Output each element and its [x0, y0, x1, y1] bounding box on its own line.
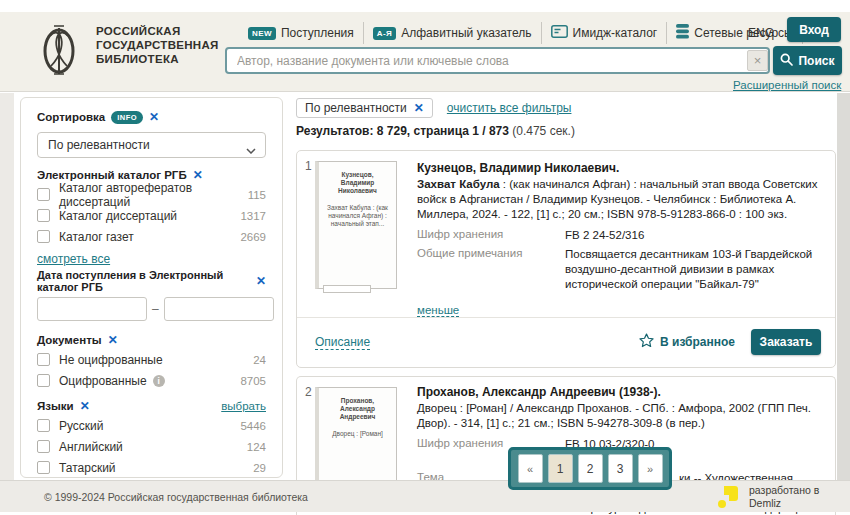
nav-item-image-catalog[interactable]: Имидж-каталог — [551, 25, 658, 41]
filter-label[interactable]: Каталог газет — [59, 230, 134, 244]
filter-label[interactable]: Не оцифрованные — [59, 353, 163, 367]
developer-line-2: Demliz — [749, 497, 819, 510]
result-title[interactable]: Кузнецов, Владимир Николаевич. — [417, 161, 823, 175]
date-from-input[interactable] — [37, 297, 147, 321]
filter-label[interactable]: Оцифрованные — [59, 374, 147, 388]
thumb-title: Захват Кабула : (как начинался Афган) : … — [324, 204, 391, 228]
nav-alphabet-label: Алфавитный указатель — [401, 26, 531, 40]
checkbox[interactable] — [37, 419, 50, 432]
documents-remove-icon[interactable]: ✕ — [108, 333, 118, 347]
advanced-search-link[interactable]: Расширенный поиск — [733, 79, 841, 91]
checkbox[interactable] — [37, 209, 50, 222]
sort-remove-icon[interactable]: ✕ — [149, 110, 159, 124]
checkbox[interactable] — [37, 188, 50, 201]
filter-label[interactable]: Каталог диссертаций — [59, 209, 177, 223]
choose-languages-link[interactable]: выбрать — [221, 400, 266, 412]
favorites-label: В избранное — [660, 335, 735, 349]
pagination-page-2[interactable]: 2 — [578, 454, 603, 483]
rgb-logo-icon — [30, 18, 88, 82]
pagination-prev-button[interactable]: « — [518, 454, 543, 483]
results-summary-count: Результатов: 8 729, страница 1 / 873 — [296, 124, 509, 138]
nav-item-arrivals[interactable]: NEW Поступления — [248, 26, 354, 40]
developer-credit: разработано в Demliz — [716, 484, 819, 514]
search-button-label: Поиск — [798, 54, 834, 68]
chevron-down-icon — [246, 143, 256, 157]
search-button[interactable]: Поиск — [773, 46, 842, 75]
nav-item-network-resources[interactable]: Сетевые ресурсы — [676, 24, 793, 42]
filter-row: Русский 5446 — [37, 415, 266, 436]
checkbox[interactable] — [37, 440, 50, 453]
clear-all-filters-link[interactable]: очистить все фильтры — [447, 101, 572, 115]
book-cover-thumbnail[interactable]: Кузнецов, Владимир Николаевич Захват Каб… — [315, 161, 397, 289]
developer-text: разработано в Demliz — [749, 484, 819, 514]
database-icon — [676, 24, 689, 42]
filter-row: Татарский 29 — [37, 457, 266, 478]
result-title[interactable]: Проханов, Александр Андреевич (1938-). — [417, 385, 823, 399]
filter-count: 115 — [248, 189, 266, 201]
result-card: 1 Кузнецов, Владимир Николаевич Захват К… — [296, 150, 836, 368]
sort-select[interactable]: По релевантности — [37, 132, 266, 158]
catalog-section-title: Электронный каталог РГБ — [37, 169, 187, 181]
filter-label[interactable]: Татарский — [59, 461, 116, 475]
az-badge: А-Я — [373, 27, 396, 40]
info-circle-icon[interactable]: i — [153, 375, 165, 387]
filter-chip-remove-icon[interactable]: ✕ — [414, 101, 424, 115]
brand-line-3: БИБЛИОТЕКА — [96, 52, 219, 66]
filter-chip[interactable]: По релевантности ✕ — [296, 98, 433, 118]
field-value: FB 2 24-52/316 — [565, 228, 823, 243]
filter-count: 1317 — [240, 210, 266, 222]
date-to-input[interactable] — [164, 297, 274, 321]
info-badge[interactable]: INFO — [111, 111, 143, 124]
checkbox[interactable] — [37, 374, 50, 387]
field-label: Шифр хранения — [417, 228, 565, 243]
languages-remove-icon[interactable]: ✕ — [80, 399, 90, 413]
date-section-title: Дата поступления в Электронный каталог Р… — [37, 269, 250, 293]
date-remove-icon[interactable]: ✕ — [256, 274, 266, 288]
field-row: Общие примечания Посвящается десантникам… — [417, 247, 823, 292]
star-icon — [639, 333, 654, 351]
active-filters-row: По релевантности ✕ очистить все фильтры — [296, 98, 571, 118]
result-actions: Описание В избранное Заказать — [315, 325, 821, 359]
field-row: Шифр хранения FB 2 24-52/316 — [417, 228, 823, 243]
result-number: 1 — [305, 159, 312, 173]
results-summary-time: (0.475 сек.) — [512, 124, 575, 138]
thumb-author: Проханов, Александр Андреевич — [324, 397, 391, 421]
order-button[interactable]: Заказать — [751, 329, 821, 355]
login-button[interactable]: Вход — [787, 17, 841, 42]
search-icon — [780, 53, 793, 69]
filter-label[interactable]: Каталог авторефератов диссертаций — [59, 181, 248, 209]
filter-count: 124 — [247, 441, 266, 453]
pagination-next-button[interactable]: » — [638, 454, 663, 483]
see-all-link[interactable]: смотреть все — [37, 252, 110, 266]
filter-row: Оцифрованные i 8705 — [37, 370, 266, 391]
field-label: Общие примечания — [417, 247, 565, 292]
nav-divider — [541, 22, 542, 44]
thumb-title: Дворец : [Роман] — [324, 430, 391, 438]
search-input[interactable] — [225, 47, 770, 74]
demliz-logo-icon — [716, 484, 740, 514]
result-description: Захват Кабула : (как начинался Афган) : … — [417, 177, 823, 222]
right-scroll-gutter[interactable] — [837, 93, 850, 480]
filter-label[interactable]: Английский — [59, 440, 123, 454]
search-clear-icon[interactable]: × — [747, 50, 768, 71]
filter-count: 8705 — [240, 375, 266, 387]
nav-item-alphabet-index[interactable]: А-Я Алфавитный указатель — [373, 26, 532, 40]
nav-arrivals-label: Поступления — [281, 26, 354, 40]
result-body: Кузнецов, Владимир Николаевич. Захват Ка… — [417, 161, 823, 318]
language-switch[interactable]: ENG — [748, 26, 774, 40]
result-number: 2 — [305, 385, 312, 399]
description-link[interactable]: Описание — [315, 335, 370, 350]
filter-count: 29 — [253, 462, 266, 474]
checkbox[interactable] — [37, 230, 50, 243]
checkbox[interactable] — [37, 353, 50, 366]
show-less-link[interactable]: меньше — [417, 304, 459, 317]
pagination-page-3[interactable]: 3 — [608, 454, 633, 483]
pagination-page-1[interactable]: 1 — [548, 454, 573, 483]
filters-sidebar: Сортировка INFO ✕ По релевантности Элект… — [20, 97, 283, 478]
checkbox[interactable] — [37, 461, 50, 474]
filter-row: Каталог газет 2669 — [37, 226, 266, 247]
filter-label[interactable]: Русский — [59, 419, 104, 433]
add-to-favorites-button[interactable]: В избранное — [639, 333, 735, 351]
field-value: Посвящается десантникам 103-й Гвардейско… — [565, 247, 823, 292]
copyright-text: © 1999-2024 Российская государственная б… — [44, 491, 308, 503]
